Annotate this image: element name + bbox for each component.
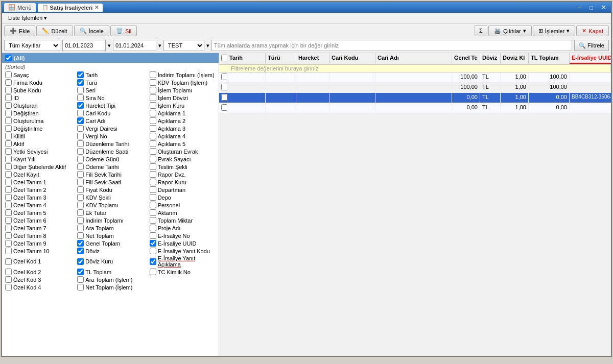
cs-item-duz-tarihi[interactable]: Düzenleme Tarihi	[74, 140, 146, 148]
cs-item-aktarim[interactable]: Aktarım	[147, 209, 219, 216]
islemler-button[interactable]: ⊞ İşlemler ▾	[533, 26, 576, 36]
cs-item-doviz[interactable]: Döviz	[74, 247, 146, 255]
row4-check[interactable]	[219, 103, 227, 113]
cs-all-row[interactable]: (All)	[2, 53, 219, 63]
header-geneltc[interactable]: Genel Tc	[452, 53, 480, 64]
header-uuid[interactable]: E-İrsaliye UUID	[570, 53, 611, 64]
cs-item-islem-kuru[interactable]: İşlem Kuru	[147, 102, 219, 109]
cs-item-fiyat-kodu[interactable]: Fiyat Kodu	[74, 186, 146, 193]
row3-check[interactable]	[219, 93, 227, 103]
cs-item-yetki-sev[interactable]: Yetki Seviyesi	[2, 148, 74, 155]
header-hareket[interactable]: Hareket	[296, 53, 329, 64]
cs-item-tl-toplam[interactable]: TL Toplam	[74, 268, 146, 276]
cs-item-ozel-kayit[interactable]: Özel Kayıt	[2, 171, 74, 178]
cs-item-aktif[interactable]: Aktif	[2, 140, 74, 148]
cs-item-aciklama4[interactable]: Açıklama 4	[147, 132, 219, 140]
date-from-input[interactable]	[62, 40, 106, 51]
cs-item-vergi-dairesi[interactable]: Vergi Dairesi	[74, 125, 146, 132]
cs-item-ozel-tanim8[interactable]: Özel Tanım 8	[2, 232, 74, 239]
window-maximize[interactable]: □	[586, 5, 596, 11]
window-close[interactable]: ✕	[598, 4, 609, 11]
cs-item-islem-toplam[interactable]: İşlem Toplamı	[147, 86, 219, 94]
cs-item-ara-toplam[interactable]: Ara Toplam	[74, 224, 146, 232]
cs-item-vergi-no[interactable]: Vergi No	[74, 132, 146, 140]
cs-item-ozel-tanim7[interactable]: Özel Tanım 7	[2, 224, 74, 232]
cs-item-ozel-tanim5[interactable]: Özel Tanım 5	[2, 209, 74, 216]
cs-item-ozel-tanim10[interactable]: Özel Tanım 10	[2, 247, 74, 255]
cs-item-evrak-sayaci[interactable]: Evrak Sayacı	[147, 155, 219, 163]
table-row[interactable]: 100,00 TL 1,00 100,00	[219, 83, 611, 93]
cs-item-ozel-tanim1[interactable]: Özel Tanım 1	[2, 178, 74, 186]
cs-item-ozel-kod3[interactable]: Özel Kod 3	[2, 276, 74, 283]
cs-item-e-irsaliye-uuid[interactable]: E-İrsaliye UUID	[147, 239, 219, 247]
row1-check[interactable]	[219, 72, 227, 82]
cs-item-seri[interactable]: Seri	[74, 86, 146, 94]
cs-item-ara-toplam-islem[interactable]: Ara Toplam (İşlem)	[74, 276, 146, 283]
cs-item-personel[interactable]: Personel	[147, 201, 219, 209]
cs-item-cari-kodu[interactable]: Cari Kodu	[74, 109, 146, 117]
cs-item-kdv-toplam[interactable]: KDV Toplamı	[74, 201, 146, 209]
cs-item-sayac[interactable]: Sayaç	[2, 71, 74, 79]
cs-item-cari-adi[interactable]: Cari Adı	[74, 117, 146, 125]
cs-item-genel-toplam[interactable]: Genel Toplam	[74, 239, 146, 247]
cs-item-degistiren[interactable]: Değiştiren	[2, 109, 74, 117]
cs-item-aciklama3[interactable]: Açıklama 3	[147, 125, 219, 132]
cs-item-proje-adi[interactable]: Proje Adı	[147, 224, 219, 232]
cs-item-ozel-tanim4[interactable]: Özel Tanım 4	[2, 201, 74, 209]
cs-item-firma-kodu[interactable]: Firma Kodu	[2, 79, 74, 86]
search-button[interactable]: 🔍 Filtrele	[574, 40, 609, 51]
sales-tab-close[interactable]: ✕	[95, 5, 99, 10]
cs-item-rapor-kuru[interactable]: Rapor Kuru	[147, 178, 219, 186]
ciktilar-button[interactable]: 🖨️ Çıktılar ▾	[488, 26, 532, 36]
cs-item-kayit-yili[interactable]: Kayıt Yılı	[2, 155, 74, 163]
liste-islemleri-menu[interactable]: Liste İşlemleri ▾	[4, 14, 51, 22]
cs-item-aciklama1[interactable]: Açıklama 1	[147, 109, 219, 117]
cs-item-ozel-tanim3[interactable]: Özel Tanım 3	[2, 193, 74, 201]
cs-item-diger-subeler[interactable]: Diğer Şubelerde Aktif	[2, 163, 74, 171]
cs-item-teslim-sekli[interactable]: Teslim Şekli	[147, 163, 219, 171]
table-row[interactable]: 0,00 TL 1,00 0,00 BB4CB312-3506-4DEE-8BD…	[219, 93, 611, 103]
cs-item-doviz-kuru[interactable]: Döviz Kuru	[74, 255, 146, 268]
cs-item-odeme-tarihi[interactable]: Ödeme Tarihi	[74, 163, 146, 171]
window-minimize[interactable]: ─	[575, 5, 585, 11]
cs-item-aciklama5[interactable]: Açıklama 5	[147, 140, 219, 148]
cs-item-tarih[interactable]: Tarih	[74, 71, 146, 79]
table-row[interactable]: 100,00 TL 1,00 100,00	[219, 72, 611, 83]
cs-item-aciklama2[interactable]: Açıklama 2	[147, 117, 219, 125]
cs-item-ozel-tanim9[interactable]: Özel Tanım 9	[2, 239, 74, 247]
kapat-button[interactable]: ✕ Kapat	[576, 26, 609, 36]
cs-item-e-irsaliye-yanit-kodu[interactable]: E-İrsaliye Yanıt Kodu	[147, 247, 219, 255]
sil-button[interactable]: 🗑️ Sil	[110, 26, 137, 36]
menu-tab[interactable]: 🪟 Menü	[4, 3, 36, 12]
cs-item-duz-saati[interactable]: Düzenleme Saati	[74, 148, 146, 155]
cs-item-depo[interactable]: Depo	[147, 193, 219, 201]
cs-item-ek-tutar[interactable]: Ek Tutar	[74, 209, 146, 216]
header-turu[interactable]: Türü	[266, 53, 296, 64]
cs-item-degistirilme[interactable]: Değiştirilme	[2, 125, 74, 132]
date-to-input[interactable]	[113, 40, 156, 51]
search-input[interactable]	[211, 40, 572, 51]
cs-item-id[interactable]: ID	[2, 94, 74, 102]
select-all-checkbox[interactable]	[221, 55, 227, 61]
cs-item-turu[interactable]: Türü	[74, 79, 146, 86]
cs-item-indirim-toplam[interactable]: İndirim Toplamı	[74, 216, 146, 224]
header-tltoplam[interactable]: TL Toplam	[529, 53, 570, 64]
kayit-tipi-select[interactable]: Tüm Kayıtlar	[4, 40, 60, 51]
cs-item-e-irsaliye-no[interactable]: E-İrsaliye No	[147, 232, 219, 239]
cs-item-kdv-sekli[interactable]: KDV Şekli	[74, 193, 146, 201]
cs-item-olusturan[interactable]: Oluşturan	[2, 102, 74, 109]
header-dovizk[interactable]: Döviz Kl	[501, 53, 529, 64]
cs-item-fili-sevk-tarihi[interactable]: Fili Sevk Tarihi	[74, 171, 146, 178]
cs-item-kilitli[interactable]: Kilitli	[2, 132, 74, 140]
cs-all-checkbox[interactable]	[5, 55, 12, 61]
header-cariad[interactable]: Cari Adı	[375, 53, 452, 64]
cs-item-net-toplam-islem[interactable]: Net Toplam (İşlem)	[74, 283, 146, 291]
cs-item-kdv-toplam-islem[interactable]: KDV Toplam (İşlem)	[147, 79, 219, 86]
source-select[interactable]: TEST	[163, 40, 204, 51]
sales-tab[interactable]: 📋 Satış İrsaliyeleri ✕	[38, 4, 103, 12]
cs-item-net-toplam[interactable]: Net Toplam	[74, 232, 146, 239]
cs-item-departman[interactable]: Departman	[147, 186, 219, 193]
header-carikodu[interactable]: Cari Kodu	[329, 53, 375, 64]
cs-item-olusturulma[interactable]: Oluşturulma	[2, 117, 74, 125]
cs-item-sira-no[interactable]: Sıra No	[74, 94, 146, 102]
